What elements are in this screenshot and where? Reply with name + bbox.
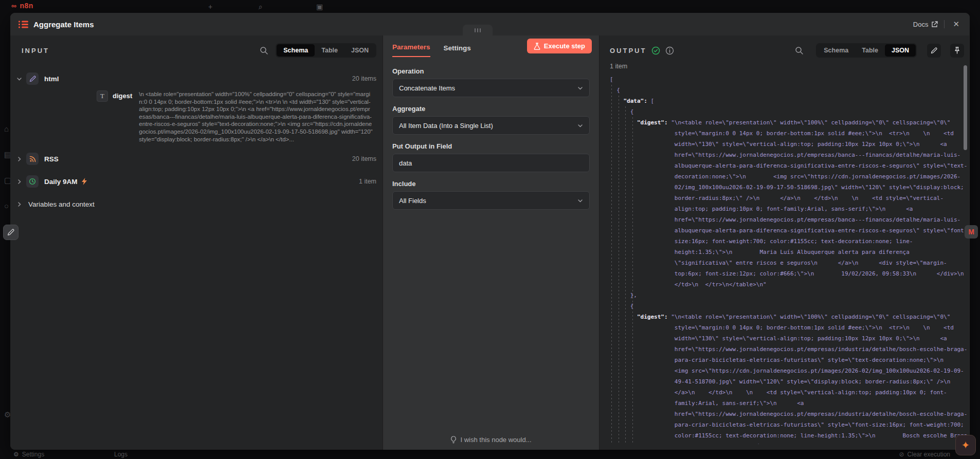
aggregate-value: All Item Data (Into a Single List) [399, 122, 493, 130]
json-line: { [610, 106, 969, 117]
input-view-tabs: Schema Table JSON [276, 43, 376, 58]
json-line: albuquerque-alerta-para-diferenca-signif… [610, 225, 969, 236]
json-line: width=\"130\" style=\"vertical-align:top… [610, 139, 969, 150]
execute-step-label: Execute step [544, 42, 585, 50]
settings-menu-item[interactable]: ⚙ Settings [13, 451, 44, 458]
n8n-logo-text: n8n [20, 2, 33, 10]
indent-guide [632, 117, 633, 444]
field-name-digest: digest [113, 92, 132, 100]
node-name-html: html [44, 75, 59, 83]
chevron-down-icon [577, 85, 583, 91]
put-output-in-field-input[interactable]: data [392, 154, 590, 172]
json-line: decoration:none;\">\n <img src=\"https:/… [610, 171, 969, 182]
flask-icon [534, 43, 540, 50]
indent-guide [625, 106, 626, 444]
json-line: para criar bicicletas elétricas futurist… [610, 441, 969, 444]
pin-data-button[interactable] [950, 44, 964, 58]
node-name-variables: Variables and context [28, 200, 95, 208]
aggregate-select[interactable]: All Item Data (Into a Single List) [392, 116, 590, 135]
json-line: \"significativa\" entre riscos e seguros… [610, 258, 969, 268]
json-line: align:top; padding:10px 0; font-family:A… [610, 204, 969, 214]
logs-label: Logs [114, 451, 128, 458]
input-node-variables[interactable]: Variables and context [10, 196, 383, 212]
pin-icon [954, 47, 960, 54]
input-tab-json[interactable]: JSON [344, 44, 375, 57]
output-json-viewer[interactable]: [ { "data": [ { "digest": "\n<table role… [610, 74, 969, 444]
operation-value: Concatenate Items [399, 84, 455, 92]
tab-settings[interactable]: Settings [444, 44, 471, 57]
node-feedback-label: I wish this node would... [460, 436, 531, 444]
app-topbar: ∞ n8n + ⌕ ▣ [0, 0, 980, 13]
gear-icon: ⚙ [13, 451, 19, 458]
node-name-daily-9am: Daily 9AM [44, 178, 78, 186]
chevron-right-icon[interactable] [15, 179, 23, 185]
put-output-value: data [399, 159, 412, 167]
json-line: 02/img_100x100uu2026-02-19-09-17-50-5186… [610, 182, 969, 193]
execute-step-button[interactable]: Execute step [527, 39, 592, 53]
global-search-icon[interactable]: ⌕ [259, 3, 263, 11]
bottom-bar: ⚙ Settings Logs ⊘ Clear execution [0, 450, 980, 459]
output-item-count: 1 item [610, 63, 969, 70]
close-icon[interactable]: ✕ [951, 19, 961, 30]
pencil-icon [931, 47, 937, 54]
input-tab-table[interactable]: Table [315, 44, 344, 57]
clear-execution-label: Clear execution [908, 451, 950, 458]
json-line: para-criar-bicicletas-eletricas-futurist… [610, 355, 969, 365]
json-line: "digest": "\n<table role=\"presentation\… [610, 117, 969, 128]
input-node-rss[interactable]: RSS 20 items [10, 151, 383, 167]
output-tab-schema[interactable]: Schema [817, 44, 855, 57]
json-line: <img src=\"https://cdn.jornaldenegocios.… [610, 365, 969, 376]
docs-link[interactable]: Docs [913, 21, 938, 28]
json-line: href=\"https://www.jornaldenegocios.pt/e… [610, 409, 969, 419]
chevron-right-icon[interactable] [15, 156, 23, 162]
input-panel: INPUT Schema Table JSON [10, 35, 383, 450]
include-value: All Fields [399, 197, 426, 205]
include-label: Include [392, 180, 590, 188]
json-line: para-criar-bicicletas-eletricas-futurist… [610, 419, 969, 430]
output-search-icon[interactable] [795, 46, 804, 55]
gmail-icon[interactable]: M [965, 225, 978, 238]
json-line: 49-41-518700.jpg\" width=\"120\" style=\… [610, 376, 969, 387]
output-tab-json[interactable]: JSON [885, 44, 916, 57]
home-icon[interactable]: ⌂ [4, 124, 9, 133]
panel-toggle-icon[interactable]: ▣ [316, 3, 323, 11]
input-panel-title: INPUT [22, 47, 49, 54]
output-tab-table[interactable]: Table [855, 44, 885, 57]
notifications-icon[interactable]: ○ [4, 201, 9, 210]
input-tab-schema[interactable]: Schema [277, 44, 315, 57]
daily-item-count: 1 item [359, 178, 376, 185]
chevron-down-icon [577, 198, 583, 204]
chevron-right-icon[interactable] [15, 201, 23, 207]
json-line: width=\"130\" style=\"vertical-align:top… [610, 333, 969, 344]
operation-select[interactable]: Concatenate Items [392, 79, 590, 97]
json-line: style=\"margin:0 0 14px 0; border-bottom… [610, 322, 969, 333]
n8n-logo-glyph: ∞ [11, 2, 16, 10]
clear-execution-button[interactable]: ⊘ Clear execution [899, 451, 950, 458]
json-line: family:Arial, sans-serif;\">\n <a [610, 398, 969, 409]
field-row-digest[interactable]: T digest \n <table role="presentation" w… [97, 90, 376, 143]
edit-fields-node-icon [26, 72, 39, 85]
ai-assistant-button[interactable]: ✦ [955, 435, 976, 455]
output-scrollbar[interactable] [964, 65, 967, 150]
input-search-icon[interactable] [260, 46, 268, 55]
json-line: href=\"https://www.jornaldenegocios.pt/e… [610, 150, 969, 160]
json-line: top:6px; font-size:12px; color:#666;\">\… [610, 268, 969, 279]
input-node-daily-9am[interactable]: Daily 9AM 1 item [10, 174, 383, 189]
trigger-bolt-icon [82, 178, 87, 185]
edit-output-button[interactable] [927, 44, 941, 58]
lightbulb-icon [450, 436, 457, 444]
add-workflow-icon[interactable]: + [208, 3, 212, 11]
info-icon[interactable] [665, 46, 674, 55]
node-feedback-link[interactable]: I wish this node would... [383, 436, 599, 444]
output-panel: OUTPUT Schema Table JSON [600, 35, 969, 450]
json-line: "data": [ [610, 96, 969, 106]
chevron-down-icon[interactable] [15, 76, 23, 82]
logs-toggle[interactable]: Logs [114, 451, 128, 458]
panel-drag-handle[interactable] [463, 25, 493, 35]
n8n-logo: ∞ n8n [11, 2, 33, 10]
edit-input-edge-button[interactable] [3, 225, 19, 240]
tab-parameters[interactable]: Parameters [392, 43, 430, 57]
include-select[interactable]: All Fields [392, 191, 590, 210]
schedule-trigger-node-icon [26, 175, 39, 188]
input-node-html[interactable]: html 20 items [10, 71, 383, 86]
